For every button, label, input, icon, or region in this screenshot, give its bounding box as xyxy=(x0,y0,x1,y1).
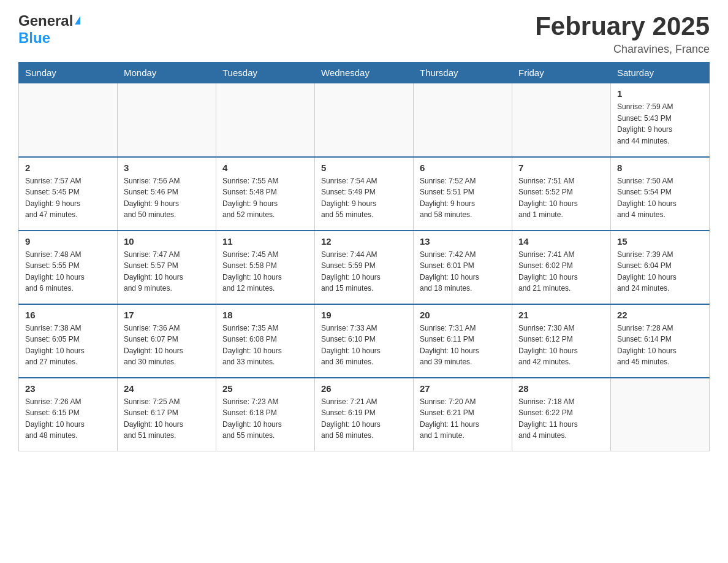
day-number: 21 xyxy=(518,310,604,320)
calendar-cell: 1Sunrise: 7:59 AMSunset: 5:43 PMDaylight… xyxy=(611,83,710,157)
day-info: Sunrise: 7:35 AMSunset: 6:08 PMDaylight:… xyxy=(222,323,308,368)
day-info: Sunrise: 7:36 AMSunset: 6:07 PMDaylight:… xyxy=(124,323,210,368)
calendar-week-row: 1Sunrise: 7:59 AMSunset: 5:43 PMDaylight… xyxy=(19,83,710,157)
calendar-cell: 19Sunrise: 7:33 AMSunset: 6:10 PMDayligh… xyxy=(315,304,414,378)
day-info: Sunrise: 7:39 AMSunset: 6:04 PMDaylight:… xyxy=(617,249,703,294)
day-info: Sunrise: 7:44 AMSunset: 5:59 PMDaylight:… xyxy=(321,249,407,294)
day-info: Sunrise: 7:57 AMSunset: 5:45 PMDaylight:… xyxy=(25,175,111,221)
day-number: 22 xyxy=(617,310,703,320)
calendar-cell: 25Sunrise: 7:23 AMSunset: 6:18 PMDayligh… xyxy=(216,378,315,451)
calendar-week-row: 2Sunrise: 7:57 AMSunset: 5:45 PMDaylight… xyxy=(19,157,710,231)
location-subtitle: Charavines, France xyxy=(535,43,710,56)
calendar-cell: 12Sunrise: 7:44 AMSunset: 5:59 PMDayligh… xyxy=(315,231,414,304)
day-number: 4 xyxy=(222,163,308,173)
calendar-table: SundayMondayTuesdayWednesdayThursdayFrid… xyxy=(18,62,710,451)
weekday-header-tuesday: Tuesday xyxy=(216,63,315,83)
weekday-header-monday: Monday xyxy=(118,63,216,83)
day-info: Sunrise: 7:41 AMSunset: 6:02 PMDaylight:… xyxy=(518,249,604,294)
day-number: 10 xyxy=(124,236,210,247)
day-info: Sunrise: 7:45 AMSunset: 5:58 PMDaylight:… xyxy=(222,249,308,294)
day-number: 13 xyxy=(420,236,506,247)
calendar-cell: 7Sunrise: 7:51 AMSunset: 5:52 PMDaylight… xyxy=(512,157,611,231)
calendar-cell xyxy=(118,83,216,157)
day-number: 24 xyxy=(124,383,210,394)
calendar-cell: 18Sunrise: 7:35 AMSunset: 6:08 PMDayligh… xyxy=(216,304,315,378)
day-number: 18 xyxy=(222,310,308,320)
day-info: Sunrise: 7:55 AMSunset: 5:48 PMDaylight:… xyxy=(222,175,308,221)
calendar-cell: 8Sunrise: 7:50 AMSunset: 5:54 PMDaylight… xyxy=(611,157,710,231)
day-info: Sunrise: 7:20 AMSunset: 6:21 PMDaylight:… xyxy=(420,396,506,442)
day-info: Sunrise: 7:56 AMSunset: 5:46 PMDaylight:… xyxy=(124,175,210,221)
calendar-cell xyxy=(19,83,118,157)
day-number: 6 xyxy=(420,163,506,173)
month-title: February 2025 xyxy=(535,12,710,40)
day-number: 25 xyxy=(222,383,308,394)
calendar-cell: 9Sunrise: 7:48 AMSunset: 5:55 PMDaylight… xyxy=(19,231,118,304)
calendar-week-row: 9Sunrise: 7:48 AMSunset: 5:55 PMDaylight… xyxy=(19,231,710,304)
calendar-cell: 11Sunrise: 7:45 AMSunset: 5:58 PMDayligh… xyxy=(216,231,315,304)
calendar-cell: 16Sunrise: 7:38 AMSunset: 6:05 PMDayligh… xyxy=(19,304,118,378)
day-info: Sunrise: 7:26 AMSunset: 6:15 PMDaylight:… xyxy=(25,396,111,442)
day-info: Sunrise: 7:21 AMSunset: 6:19 PMDaylight:… xyxy=(321,396,407,442)
day-info: Sunrise: 7:18 AMSunset: 6:22 PMDaylight:… xyxy=(518,396,604,442)
day-info: Sunrise: 7:50 AMSunset: 5:54 PMDaylight:… xyxy=(617,175,703,221)
day-number: 1 xyxy=(617,88,703,99)
day-number: 12 xyxy=(321,236,407,247)
day-info: Sunrise: 7:54 AMSunset: 5:49 PMDaylight:… xyxy=(321,175,407,221)
calendar-cell: 17Sunrise: 7:36 AMSunset: 6:07 PMDayligh… xyxy=(118,304,216,378)
day-number: 17 xyxy=(124,310,210,320)
day-number: 23 xyxy=(25,383,111,394)
day-number: 15 xyxy=(617,236,703,247)
day-info: Sunrise: 7:33 AMSunset: 6:10 PMDaylight:… xyxy=(321,323,407,368)
day-info: Sunrise: 7:28 AMSunset: 6:14 PMDaylight:… xyxy=(617,323,703,368)
day-info: Sunrise: 7:48 AMSunset: 5:55 PMDaylight:… xyxy=(25,249,111,294)
weekday-header-wednesday: Wednesday xyxy=(315,63,414,83)
calendar-week-row: 16Sunrise: 7:38 AMSunset: 6:05 PMDayligh… xyxy=(19,304,710,378)
calendar-cell xyxy=(414,83,512,157)
day-number: 8 xyxy=(617,163,703,173)
day-number: 11 xyxy=(222,236,308,247)
day-info: Sunrise: 7:25 AMSunset: 6:17 PMDaylight:… xyxy=(124,396,210,442)
logo-triangle-icon xyxy=(75,16,80,25)
calendar-cell: 2Sunrise: 7:57 AMSunset: 5:45 PMDaylight… xyxy=(19,157,118,231)
day-info: Sunrise: 7:52 AMSunset: 5:51 PMDaylight:… xyxy=(420,175,506,221)
calendar-cell: 14Sunrise: 7:41 AMSunset: 6:02 PMDayligh… xyxy=(512,231,611,304)
weekday-header-sunday: Sunday xyxy=(19,63,118,83)
title-area: February 2025 Charavines, France xyxy=(535,12,710,56)
calendar-cell: 24Sunrise: 7:25 AMSunset: 6:17 PMDayligh… xyxy=(118,378,216,451)
day-number: 7 xyxy=(518,163,604,173)
page-header: General Blue February 2025 Charavines, F… xyxy=(18,12,710,56)
calendar-cell: 6Sunrise: 7:52 AMSunset: 5:51 PMDaylight… xyxy=(414,157,512,231)
logo-blue-text: Blue xyxy=(18,29,50,47)
weekday-header-friday: Friday xyxy=(512,63,611,83)
day-number: 9 xyxy=(25,236,111,247)
day-info: Sunrise: 7:30 AMSunset: 6:12 PMDaylight:… xyxy=(518,323,604,368)
weekday-header-saturday: Saturday xyxy=(611,63,710,83)
calendar-cell: 5Sunrise: 7:54 AMSunset: 5:49 PMDaylight… xyxy=(315,157,414,231)
day-number: 14 xyxy=(518,236,604,247)
calendar-cell: 26Sunrise: 7:21 AMSunset: 6:19 PMDayligh… xyxy=(315,378,414,451)
logo-general-text: General xyxy=(18,12,73,29)
weekday-header-thursday: Thursday xyxy=(414,63,512,83)
day-info: Sunrise: 7:42 AMSunset: 6:01 PMDaylight:… xyxy=(420,249,506,294)
day-number: 20 xyxy=(420,310,506,320)
calendar-cell: 15Sunrise: 7:39 AMSunset: 6:04 PMDayligh… xyxy=(611,231,710,304)
day-info: Sunrise: 7:38 AMSunset: 6:05 PMDaylight:… xyxy=(25,323,111,368)
day-info: Sunrise: 7:51 AMSunset: 5:52 PMDaylight:… xyxy=(518,175,604,221)
calendar-cell: 3Sunrise: 7:56 AMSunset: 5:46 PMDaylight… xyxy=(118,157,216,231)
calendar-header-row: SundayMondayTuesdayWednesdayThursdayFrid… xyxy=(19,63,710,83)
day-info: Sunrise: 7:59 AMSunset: 5:43 PMDaylight:… xyxy=(617,101,703,147)
day-info: Sunrise: 7:23 AMSunset: 6:18 PMDaylight:… xyxy=(222,396,308,442)
calendar-cell: 20Sunrise: 7:31 AMSunset: 6:11 PMDayligh… xyxy=(414,304,512,378)
day-number: 2 xyxy=(25,163,111,173)
day-info: Sunrise: 7:31 AMSunset: 6:11 PMDaylight:… xyxy=(420,323,506,368)
day-number: 28 xyxy=(518,383,604,394)
calendar-cell: 10Sunrise: 7:47 AMSunset: 5:57 PMDayligh… xyxy=(118,231,216,304)
calendar-cell: 13Sunrise: 7:42 AMSunset: 6:01 PMDayligh… xyxy=(414,231,512,304)
day-number: 3 xyxy=(124,163,210,173)
calendar-cell: 4Sunrise: 7:55 AMSunset: 5:48 PMDaylight… xyxy=(216,157,315,231)
calendar-cell xyxy=(216,83,315,157)
day-number: 26 xyxy=(321,383,407,394)
day-number: 27 xyxy=(420,383,506,394)
calendar-cell xyxy=(611,378,710,451)
